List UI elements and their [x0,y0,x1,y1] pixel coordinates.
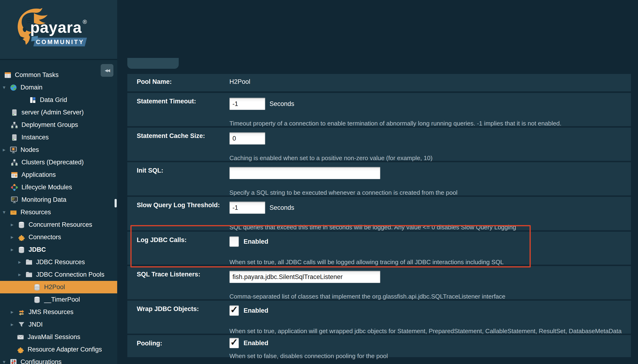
sidebar-item-javamail-sessions[interactable]: JavaMail Sessions [0,331,117,343]
sidebar-item-jndi[interactable]: ► JNDI [0,318,117,331]
tree-toggle-icon[interactable]: ► [18,260,26,265]
sidebar-item-h2pool[interactable]: H2Pool [0,281,117,293]
tree-icon [11,159,18,166]
sidebar-item-jdbc-resources[interactable]: ► JDBC Resources [0,256,117,268]
database-icon [18,246,25,253]
sidebar-item-clusters-deprecated[interactable]: Clusters (Deprecated) [0,156,117,168]
tree-toggle-icon[interactable]: ► [10,322,18,327]
tree-toggle-icon[interactable]: ▼ [2,85,10,90]
puzzle-icon [17,346,24,353]
sql-trace-listeners-input[interactable] [230,271,380,283]
puzzle-icon [18,234,25,241]
tree-toggle-icon[interactable]: ▼ [2,360,10,364]
sidebar-item-monitoring-data[interactable]: Monitoring Data [0,194,117,206]
field-label: Statement Timeout: [137,98,226,105]
globe-icon [10,84,17,91]
sidebar-scrollbar-thumb[interactable] [115,199,117,208]
row-init-sql: Init SQL: ✓ Specify a SQL string to be e… [127,162,631,196]
sidebar-item-deployment-groups[interactable]: Deployment Groups [0,119,117,131]
field-label: Log JDBC Calls: [137,236,226,244]
sidebar-item-data-grid[interactable]: Data Grid [0,94,117,106]
data-grid-icon [29,96,36,104]
help-text: When set to true, application will get w… [230,328,621,335]
sidebar-item-jdbc-connection-pools[interactable]: ► JDBC Connection Pools [0,268,117,281]
init-sql-input[interactable] [230,167,380,179]
tree-toggle-icon[interactable]: ► [10,247,18,252]
checkmark-icon: ✓ [230,338,238,346]
sidebar-item-configurations[interactable]: ▼ Configurations [0,356,117,364]
sidebar-item-server-admin-server[interactable]: server (Admin Server) [0,106,117,119]
registered-mark: ® [83,18,87,25]
community-ribbon: COMMUNITY [33,38,87,46]
checkmark-icon: ✓ [230,306,238,313]
sidebar-item-lifecycle-modules[interactable]: Lifecycle Modules [0,181,117,194]
tree-toggle-icon[interactable]: ► [10,222,18,228]
tree-toggle-icon[interactable]: ► [10,310,18,315]
sidebar-item-common-tasks[interactable]: Common Tasks [0,69,117,81]
envelope-icon [17,334,24,341]
funnel-icon [18,321,25,328]
divider [0,59,117,60]
lifecycle-icon [11,184,18,191]
sidebar-item-instances[interactable]: Instances [0,131,117,144]
brand-name: payara® [30,18,87,36]
row-wrap-jdbc-objects: Wrap JDBC Objects: ✓ Enabled When set to… [127,301,631,334]
database-icon [34,296,41,303]
tree-toggle-icon[interactable]: ► [2,148,10,152]
help-text: When set to false, disables connection p… [230,352,388,360]
arrows-icon [18,309,25,316]
sidebar-item-nodes[interactable]: ► Nodes [0,144,117,156]
sidebar-item-timerpool[interactable]: __TimerPool [0,293,117,306]
row-pooling: Pooling: ✓ Enabled When set to false, di… [127,335,631,357]
sidebar-item-resources[interactable]: ▼ Resources [0,206,117,218]
field-label: Init SQL: [137,167,226,174]
payara-logo: payara® COMMUNITY [0,0,117,59]
tree-toggle-icon[interactable]: ► [18,272,26,277]
sidebar-tree: Common Tasks ▼ Domain Data Grid server (… [0,69,117,364]
pooling-checkbox[interactable]: ✓ [230,338,239,348]
sliders-icon [10,358,17,364]
statement-cache-size-input[interactable] [230,132,265,144]
unit-label: Seconds [270,100,294,108]
checkbox-label: Enabled [244,238,268,245]
field-label: Pool Name: [137,78,226,86]
window-icon [11,172,18,178]
tree-toggle-icon[interactable]: ► [10,235,18,240]
row-log-jdbc-calls: Log JDBC Calls: ✓ Enabled When set to tr… [127,232,631,265]
statement-timeout-input[interactable] [230,98,265,110]
pool-name-value: H2Pool [230,78,250,86]
help-text: SQL queries that exceed this time in sec… [230,224,516,231]
checkbox-label: Enabled [244,340,268,347]
sidebar-item-jdbc[interactable]: ► JDBC [0,244,117,256]
field-label: SQL Trace Listeners: [137,271,226,278]
sidebar-item-concurrent-resources[interactable]: ► Concurrent Resources [0,218,117,231]
field-label: Slow Query Log Threshold: [137,202,226,209]
row-pool-name: Pool Name: H2Pool ✓ [127,74,631,91]
row-slow-query-log-threshold: Slow Query Log Threshold: ✓ Seconds SQL … [127,197,631,230]
tree-toggle-icon[interactable]: ▼ [2,210,10,215]
wrap-jdbc-objects-checkbox[interactable]: ✓ [230,305,239,316]
row-statement-timeout: Statement Timeout: ✓ Seconds Timeout pro… [127,93,631,126]
active-tab-stub[interactable] [127,58,179,69]
tree-icon [11,122,18,128]
monitor-code-icon [11,196,18,204]
row-sql-trace-listeners: SQL Trace Listeners: ✓ Comma-separated l… [127,266,631,299]
sidebar-item-applications[interactable]: Applications [0,168,117,181]
slow-query-log-threshold-input[interactable] [230,202,265,214]
field-label: Statement Cache Size: [137,132,226,140]
server-icon [11,134,18,141]
sidebar-item-resource-adapter-configs[interactable]: Resource Adapter Configs [0,343,117,356]
log-jdbc-calls-checkbox[interactable]: ✓ [230,236,239,247]
unit-label: Seconds [270,204,294,212]
help-text: Comma-separated list of classes that imp… [230,293,506,300]
box-icon [10,209,17,216]
sidebar-item-domain[interactable]: ▼ Domain [0,81,117,94]
row-statement-cache-size: Statement Cache Size: ✓ Caching is enabl… [127,128,631,161]
checkbox-label: Enabled [244,307,268,314]
server-icon [11,109,18,116]
field-label: Pooling: [137,340,226,347]
sidebar-item-connectors[interactable]: ► Connectors [0,231,117,244]
help-text: Specify a SQL string to be executed when… [230,189,457,196]
sidebar-item-jms-resources[interactable]: ► JMS Resources [0,306,117,318]
help-text: Timeout property of a connection to enab… [230,120,561,127]
